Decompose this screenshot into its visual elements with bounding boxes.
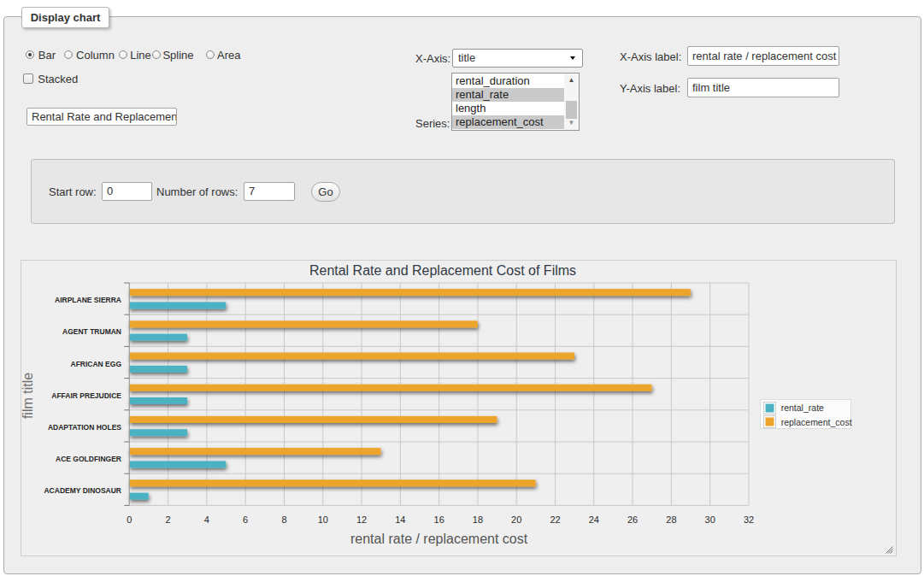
svg-text:ACE GOLDFINGER: ACE GOLDFINGER [56,455,121,463]
svg-text:6: 6 [243,514,248,525]
svg-text:AFFAIR PREJUDICE: AFFAIR PREJUDICE [51,391,121,400]
svg-text:ACADEMY DINOSAUR: ACADEMY DINOSAUR [44,486,121,495]
svg-text:30: 30 [705,514,715,525]
svg-text:film title: film title [21,373,35,419]
svg-text:10: 10 [318,514,328,525]
svg-text:16: 16 [434,514,444,525]
svg-text:26: 26 [627,514,638,525]
svg-text:24: 24 [589,514,599,525]
svg-text:12: 12 [356,514,367,525]
svg-text:0: 0 [127,514,132,525]
svg-text:28: 28 [666,514,676,525]
svg-text:AFRICAN EGG: AFRICAN EGG [71,360,122,368]
svg-text:ADAPTATION HOLES: ADAPTATION HOLES [48,423,121,432]
svg-text:22: 22 [550,514,560,525]
svg-text:replacement_cost: replacement_cost [781,417,852,427]
svg-text:14: 14 [395,514,405,525]
svg-text:32: 32 [744,514,754,525]
svg-text:20: 20 [511,514,521,525]
svg-text:2: 2 [166,514,171,525]
svg-text:8: 8 [281,514,286,525]
svg-text:Rental Rate and Replacement Co: Rental Rate and Replacement Cost of Film… [309,263,576,278]
svg-text:AIRPLANE SIERRA: AIRPLANE SIERRA [55,296,121,304]
svg-text:rental rate / replacement cost: rental rate / replacement cost [350,532,528,546]
svg-text:18: 18 [473,514,483,525]
svg-text:AGENT TRUMAN: AGENT TRUMAN [62,327,121,336]
svg-text:rental_rate: rental_rate [781,403,824,413]
svg-text:4: 4 [204,514,209,525]
